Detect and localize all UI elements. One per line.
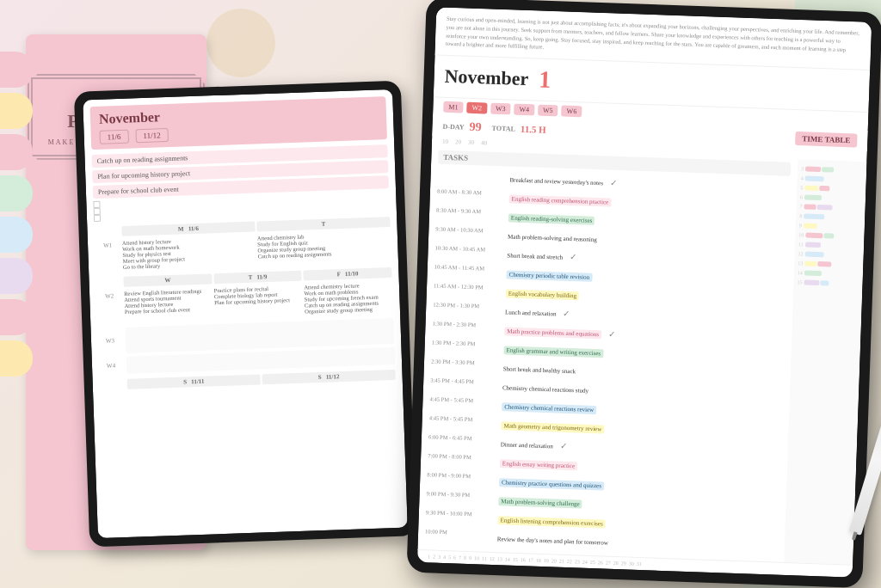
- bar-pink-13: [817, 261, 831, 267]
- task-breakfast-check[interactable]: ✓: [610, 178, 617, 187]
- task-14-name: Dinner and relaxation: [501, 441, 553, 450]
- bar-blue-8: [804, 213, 824, 219]
- bar-yellow-13: [804, 260, 816, 266]
- tasks-layout: TASKS Breakfast and review yesterday's n…: [417, 146, 866, 564]
- tablet-back-screen: November 11/6 11/12 Catch up on reading …: [83, 89, 408, 538]
- goal-check-3[interactable]: [94, 215, 101, 222]
- bars-9: [804, 223, 817, 229]
- task-16-time: 8:00 PM - 9:00 PM: [427, 469, 496, 480]
- right-numbers-col: 3 4 5: [784, 159, 866, 565]
- grid-week-col: [94, 226, 120, 237]
- bar-green-6: [804, 194, 822, 200]
- right-num-9: 9: [799, 223, 861, 230]
- right-num-14: 14: [798, 270, 859, 278]
- planner-back-content: November 11/6 11/12 Catch up on reading …: [83, 89, 408, 538]
- fri-tasks: Attend chemistry lecture Work on math pr…: [304, 281, 393, 315]
- task-11-time: 3:45 PM - 4:45 PM: [430, 375, 499, 385]
- task-breakfast-name: Breakfast and review yesterday's notes: [509, 176, 603, 187]
- task-5-time: 10:45 AM - 11:45 AM: [434, 261, 503, 272]
- dday-label: D-DAY: [442, 122, 464, 131]
- bar-purple-15: [804, 279, 819, 285]
- tab-green-1[interactable]: [0, 175, 33, 211]
- task-6-name: English vocabulary building: [506, 289, 580, 300]
- dday-value: 99: [469, 120, 482, 134]
- task-10-time: 2:30 PM - 3:30 PM: [431, 356, 500, 366]
- right-num-3: 3: [801, 166, 863, 174]
- task-9-time: 1:30 PM - 2:30 PM: [432, 337, 501, 347]
- day-w3[interactable]: W3: [490, 103, 511, 115]
- tab-pink-3[interactable]: [0, 299, 33, 335]
- dday-stat: D-DAY 99: [442, 119, 482, 135]
- back-goals: Catch up on reading assignments Plan for…: [91, 144, 390, 222]
- task-breakfast-time: [438, 168, 507, 172]
- task-15-time: 7:00 PM - 8:00 PM: [428, 450, 496, 461]
- task-4-check[interactable]: ✓: [570, 252, 576, 261]
- total-value: 11.5 H: [521, 124, 546, 135]
- back-week-start: 11/6: [99, 130, 128, 144]
- task-8-check[interactable]: ✓: [608, 329, 615, 339]
- main-day: 1: [539, 66, 551, 94]
- task-14-check[interactable]: ✓: [560, 441, 567, 450]
- task-6-time: 11:45 AM - 12:30 PM: [434, 280, 502, 291]
- mon-tasks: Attend history lecture Work on math home…: [122, 236, 256, 270]
- task-17-time: 9:00 PM - 9:30 PM: [427, 488, 496, 499]
- task-1-time: 8:00 AM - 8:30 AM: [437, 187, 506, 197]
- task-11-name: Chemistry chemical reactions study: [502, 384, 588, 394]
- task-19-time: 10:00 PM: [425, 526, 494, 536]
- bar-pink: [805, 166, 821, 172]
- day-w6[interactable]: W6: [561, 106, 582, 118]
- task-8-time: 1:30 PM - 2:30 PM: [432, 318, 501, 328]
- tab-purple-1[interactable]: [0, 258, 33, 294]
- task-7-check[interactable]: ✓: [563, 309, 570, 318]
- grid-fri-header: F 11/10: [304, 267, 392, 281]
- thu-tasks: Practice plans for recital Complete biol…: [214, 285, 304, 318]
- bars-5: [804, 185, 829, 191]
- bar-green: [822, 167, 834, 172]
- grid-spacer: [95, 277, 121, 288]
- day-w2[interactable]: W2: [466, 102, 487, 114]
- bar-pink-5: [819, 186, 829, 191]
- right-num-11: 11: [798, 242, 860, 249]
- grid-tue-header: T: [256, 217, 390, 231]
- decor-circle-tl: [206, 9, 275, 77]
- day-m1[interactable]: M1: [443, 101, 464, 113]
- week-label-w2: W2: [96, 291, 123, 322]
- day-w4[interactable]: W4: [514, 104, 534, 116]
- bars-14: [804, 270, 822, 276]
- tablet-main-screen: Stay curious and open-minded, learning i…: [417, 7, 872, 577]
- bar-green-14: [804, 270, 822, 276]
- bar-pink-10: [805, 233, 822, 239]
- tab-yellow-2[interactable]: [0, 340, 33, 377]
- task-2-name: English reading-solving exercises: [508, 213, 595, 225]
- tab-yellow-1[interactable]: [0, 93, 33, 129]
- stylus-tip: [851, 531, 857, 541]
- bar-purple-7: [816, 205, 832, 211]
- sat-header: S 11/11: [127, 374, 261, 389]
- right-num-4: 4: [801, 175, 863, 183]
- bars-3: [805, 166, 834, 172]
- grid-wed-header: W: [123, 273, 212, 287]
- task-14-time: 6:00 PM - 6:45 PM: [428, 432, 497, 442]
- task-5-name: Chemistry periodic table revision: [506, 270, 592, 281]
- right-num-8: 8: [799, 213, 861, 221]
- main-month: November: [444, 65, 529, 90]
- bar-blue-15: [820, 280, 829, 285]
- tab-pink-2[interactable]: [0, 134, 33, 170]
- week-label-w1: W1: [95, 240, 121, 271]
- tab-blue-1[interactable]: [0, 217, 33, 253]
- day-w5[interactable]: W5: [538, 105, 558, 117]
- task-7-name: Lunch and relaxation: [505, 309, 557, 317]
- right-num-10: 10: [798, 232, 860, 240]
- tab-pink-1[interactable]: [0, 52, 33, 88]
- right-num-15: 15: [797, 279, 859, 287]
- task-7-time: 12:30 PM - 1:30 PM: [433, 299, 502, 309]
- ss-spacer: [100, 379, 126, 390]
- task-4-name: Short break and stretch: [507, 252, 563, 260]
- bars-7: [804, 204, 832, 210]
- right-num-7: 7: [799, 204, 861, 211]
- right-num-13: 13: [798, 260, 859, 268]
- total-label: TOTAL: [491, 124, 515, 132]
- right-num-5: 5: [800, 185, 862, 193]
- bars-10: [805, 233, 834, 239]
- bar-blue-12: [805, 251, 824, 257]
